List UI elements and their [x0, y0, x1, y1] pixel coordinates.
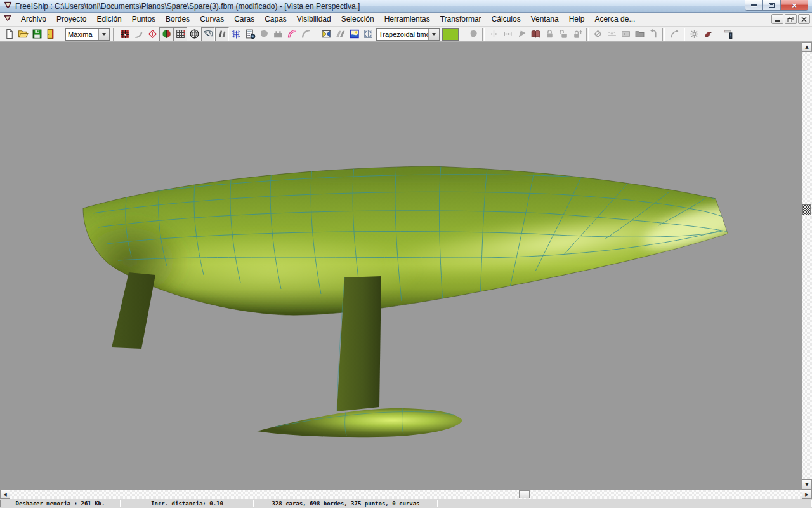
new-face-icon[interactable]: [257, 27, 271, 41]
mdi-close-button[interactable]: [798, 14, 810, 24]
menu-item-archivo[interactable]: Archivo: [16, 13, 51, 26]
lackenby-transform-icon[interactable]: [319, 27, 333, 41]
menu-item-visibilidad[interactable]: Visibilidad: [292, 13, 336, 26]
vertical-scroll-thumb[interactable]: [802, 204, 811, 215]
fair-curve-icon[interactable]: [299, 27, 313, 41]
insert-plane-icon[interactable]: [605, 27, 619, 41]
toolbar-separator: [462, 28, 464, 41]
mdi-minimize-button[interactable]: [771, 14, 783, 24]
toolbar-separator: [315, 28, 317, 41]
unlock-points-icon[interactable]: [556, 27, 570, 41]
interior-edges-icon[interactable]: [173, 27, 187, 41]
mdi-restore-button[interactable]: [785, 14, 797, 24]
control-net-icon[interactable]: [117, 27, 131, 41]
align-points-icon[interactable]: [487, 27, 501, 41]
menu-item-curvas[interactable]: Curvas: [195, 13, 229, 26]
curvature-net-icon[interactable]: [229, 27, 243, 41]
menu-item-proyecto[interactable]: Proyecto: [51, 13, 91, 26]
menu-item-capas[interactable]: Capas: [259, 13, 292, 26]
rudder[interactable]: [112, 272, 155, 349]
mdi-child-icon: [3, 14, 12, 25]
keel-fin[interactable]: [337, 276, 381, 411]
vertical-scrollbar[interactable]: ▲ ▼: [802, 42, 812, 490]
check-model-icon[interactable]: [145, 27, 159, 41]
flip-normal-icon[interactable]: [514, 27, 528, 41]
precision-combobox-value: Máxima: [66, 30, 98, 38]
chevron-down-icon[interactable]: [98, 29, 109, 40]
scroll-up-button[interactable]: ▲: [802, 42, 812, 52]
chevron-down-icon[interactable]: [428, 29, 439, 40]
menu-item-caras[interactable]: Caras: [229, 13, 259, 26]
menu-item-ventana[interactable]: Ventana: [526, 13, 564, 26]
menu-item-acerca-de[interactable]: Acerca de...: [589, 13, 640, 26]
wireframe-globe-icon[interactable]: [187, 27, 201, 41]
toolbar: MáximaTrapezoidal timón NACA6: [0, 27, 812, 42]
hull-3d-render: [0, 42, 802, 490]
active-layer-combobox[interactable]: Trapezoidal timón NACA6: [376, 28, 440, 41]
menu-item-c-lculos[interactable]: Cálculos: [487, 13, 526, 26]
background-image-icon[interactable]: [347, 27, 361, 41]
status-panel-empty: [438, 500, 812, 507]
layer-color-swatch[interactable]: [442, 28, 459, 41]
bent-arrow-icon[interactable]: [646, 27, 660, 41]
scroll-down-button[interactable]: ▼: [802, 479, 812, 490]
status-panel-model-stats: 328 caras, 698 bordes, 375 puntos, 0 cur…: [254, 500, 438, 507]
perspective-viewport[interactable]: [0, 42, 802, 490]
toolbar-separator: [662, 28, 665, 41]
shade-sphere-icon[interactable]: [159, 27, 173, 41]
precision-combobox[interactable]: Máxima: [65, 28, 110, 41]
menu-item-herramientas[interactable]: Herramientas: [379, 13, 435, 26]
linesplan-icon[interactable]: [201, 27, 215, 41]
save-file-icon[interactable]: [30, 27, 44, 41]
mdi-window-controls: [771, 14, 810, 24]
flowline-pipe-icon[interactable]: [285, 27, 299, 41]
menu-item-selecci-n[interactable]: Selección: [336, 13, 379, 26]
toolbar-separator: [113, 28, 115, 41]
lock-points-icon[interactable]: [542, 27, 556, 41]
fairing-horn-icon[interactable]: [131, 27, 145, 41]
edit-diamond-icon[interactable]: [591, 27, 605, 41]
menu-item-transformar[interactable]: Transformar: [435, 13, 487, 26]
menu-item-puntos[interactable]: Puntos: [127, 13, 160, 26]
window-title: Free!Ship : C:\Users\toni\Documents\Plan…: [15, 2, 360, 11]
title-bar: Free!Ship : C:\Users\toni\Documents\Plan…: [0, 0, 812, 13]
exit-door-icon[interactable]: [44, 27, 58, 41]
insert-star-icon[interactable]: [687, 27, 701, 41]
menu-items: ArchivoProyectoEdiciónPuntosBordesCurvas…: [16, 13, 640, 26]
window-controls: ×: [745, 0, 808, 11]
collapse-arrows-icon[interactable]: [619, 27, 632, 41]
unlock-all-icon[interactable]: [570, 27, 584, 41]
freeship-app-icon: [3, 1, 13, 13]
toolbar-separator: [482, 28, 485, 41]
status-bar: Deshacer memoria : 261 Kb.Incr. distanci…: [0, 499, 812, 508]
toolbar-separator: [586, 28, 589, 41]
hydrostatics-calculator-icon[interactable]: [243, 27, 257, 41]
open-file-icon[interactable]: [16, 27, 30, 41]
toolbar-separator: [717, 28, 719, 41]
horizontal-scrollbar[interactable]: ◀ ▶: [0, 490, 812, 499]
toolbar-separator: [683, 28, 685, 41]
intersections-icon[interactable]: [271, 27, 285, 41]
mirror-book-icon[interactable]: [528, 27, 542, 41]
developed-plates-icon[interactable]: [215, 27, 229, 41]
project-folder-icon[interactable]: [632, 27, 646, 41]
delete-knife-icon[interactable]: [721, 27, 735, 41]
menu-item-edici-n[interactable]: Edición: [91, 13, 126, 26]
collapse-edge-icon[interactable]: [501, 27, 514, 41]
curve-arrow-icon[interactable]: [667, 27, 681, 41]
menu-item-bordes[interactable]: Bordes: [160, 13, 195, 26]
keel-wizard-bird-icon[interactable]: [701, 27, 715, 41]
horizontal-scroll-thumb[interactable]: [519, 490, 530, 498]
develop-panels-icon[interactable]: [333, 27, 347, 41]
toolbar-separator: [60, 28, 62, 41]
status-panel-undo-memory: Deshacer memoria : 261 Kb.: [0, 500, 121, 507]
maximize-button[interactable]: [763, 0, 780, 11]
layer-properties-icon[interactable]: [466, 27, 480, 41]
close-button[interactable]: ×: [780, 0, 808, 11]
scroll-left-button[interactable]: ◀: [0, 490, 10, 499]
new-file-icon[interactable]: [2, 27, 16, 41]
scale-grid-icon[interactable]: [361, 27, 375, 41]
scroll-right-button[interactable]: ▶: [802, 490, 812, 499]
menu-item-help[interactable]: Help: [564, 13, 590, 26]
minimize-button[interactable]: [745, 0, 763, 11]
